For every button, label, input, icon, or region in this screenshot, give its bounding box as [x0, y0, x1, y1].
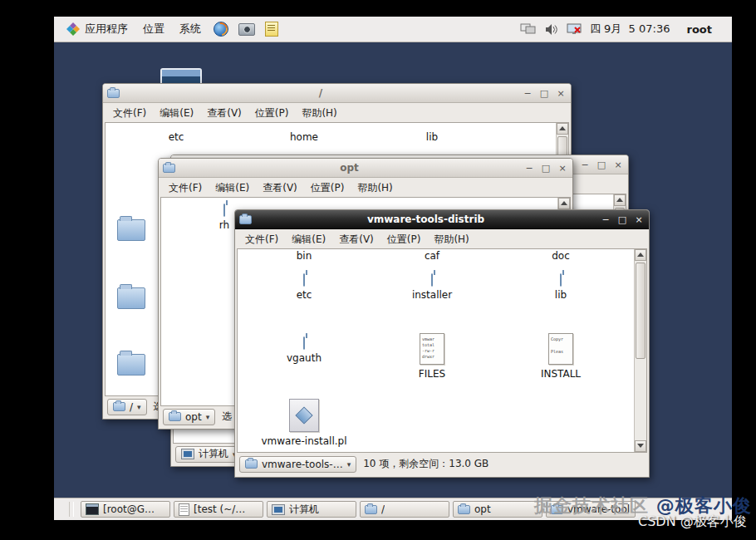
file-item-caf[interactable]: caf	[378, 250, 486, 262]
folder-icon[interactable]	[117, 354, 145, 376]
window-title: opt	[180, 162, 518, 174]
file-item-install[interactable]: Copyr Pleas INSTALL	[507, 333, 615, 380]
display-alert-icon[interactable]	[567, 23, 582, 36]
menu-help[interactable]: 帮助(H)	[357, 181, 392, 195]
menubar: 文件(F) 编辑(E) 查看(V) 位置(P) 帮助(H)	[103, 103, 571, 123]
minimize-button[interactable]: −	[600, 214, 611, 226]
screenshot-launcher[interactable]	[236, 22, 258, 37]
system-menu[interactable]: 系统	[174, 19, 206, 39]
file-item-vgauth[interactable]: vgauth	[250, 337, 358, 364]
scroll-up-icon[interactable]	[557, 123, 568, 135]
folder-icon	[560, 273, 562, 287]
location-label: 计算机	[199, 447, 228, 461]
menu-file[interactable]: 文件(F)	[169, 181, 202, 195]
menu-edit[interactable]: 编辑(E)	[215, 181, 249, 195]
menubar: 文件(F) 编辑(E) 查看(V) 位置(P) 帮助(H)	[235, 229, 649, 249]
menu-view[interactable]: 查看(V)	[339, 233, 374, 247]
folder-icon	[169, 412, 181, 421]
menubar: 文件(F) 编辑(E) 查看(V) 位置(P) 帮助(H)	[159, 178, 572, 198]
location-dropdown[interactable]: 计算机 ▾	[175, 446, 243, 463]
location-dropdown[interactable]: vmware-tools-… ▾	[239, 456, 356, 473]
applications-menu[interactable]: 应用程序	[61, 19, 133, 39]
file-item-files[interactable]: vmwar total -rw-r drwxr FILES	[378, 333, 486, 380]
volume-icon[interactable]	[545, 23, 558, 36]
file-item-lib[interactable]: lib	[386, 128, 478, 143]
watermark-csdn: CSDN @极客小俊	[638, 513, 747, 531]
file-item-installer[interactable]: installer	[378, 274, 486, 301]
menu-help[interactable]: 帮助(H)	[302, 106, 336, 120]
status-text: 10 项，剩余空间：13.0 GB	[363, 457, 488, 471]
taskbar-button-opt[interactable]: opt	[453, 501, 542, 518]
file-item-etc[interactable]: etc	[250, 274, 358, 301]
file-view: bin caf doc etc installer lib vgauth	[237, 248, 647, 453]
chevron-down-icon: ▾	[347, 460, 351, 469]
titlebar[interactable]: vmware-tools-distrib − □ ×	[235, 210, 649, 229]
maximize-button[interactable]: □	[538, 87, 550, 100]
panel-menus: 应用程序 位置 系统	[54, 19, 281, 39]
menu-view[interactable]: 查看(V)	[207, 106, 242, 120]
close-button[interactable]: ×	[557, 162, 568, 174]
status-text: 选	[222, 410, 232, 424]
folder-icon	[107, 89, 120, 98]
taskbar-button-computer[interactable]: 计算机	[267, 501, 356, 518]
notes-launcher[interactable]	[263, 20, 281, 38]
file-item-vmware-install-pl[interactable]: vmware-install.pl	[250, 399, 358, 447]
chevron-down-icon: ▾	[137, 403, 141, 411]
remote-desktop-icon[interactable]	[520, 23, 537, 36]
folder-icon	[365, 505, 377, 514]
menu-places[interactable]: 位置(P)	[311, 181, 345, 195]
menu-view[interactable]: 查看(V)	[263, 181, 297, 195]
folder-icon	[245, 459, 258, 469]
window-controls: − □ ×	[523, 162, 568, 174]
folder-icon[interactable]	[117, 219, 145, 241]
menu-edit[interactable]: 编辑(E)	[292, 233, 326, 247]
location-label: opt	[185, 411, 202, 423]
folder-icon	[458, 505, 470, 514]
window-controls: − □ ×	[600, 214, 645, 226]
titlebar[interactable]: / − □ ×	[103, 84, 571, 103]
menu-places[interactable]: 位置(P)	[255, 106, 289, 120]
scroll-down-icon[interactable]	[635, 440, 646, 452]
file-item-doc[interactable]: doc	[507, 250, 615, 262]
close-button[interactable]: ×	[612, 159, 624, 171]
location-dropdown[interactable]: opt ▾	[163, 409, 215, 425]
scrollbar[interactable]	[634, 249, 646, 452]
folder-icon[interactable]	[117, 287, 145, 309]
firefox-icon	[214, 22, 228, 37]
folder-icon	[303, 273, 305, 287]
file-item-lib[interactable]: lib	[507, 274, 615, 301]
menu-file[interactable]: 文件(F)	[113, 106, 146, 120]
file-item-etc[interactable]: etc	[130, 128, 222, 143]
scroll-up-icon[interactable]	[614, 194, 626, 206]
scroll-up-icon[interactable]	[558, 198, 570, 209]
scrollbar-thumb[interactable]	[636, 263, 646, 359]
text-file-icon: Copyr Pleas	[548, 333, 573, 365]
file-item-bin[interactable]: bin	[250, 250, 358, 262]
places-menu[interactable]: 位置	[138, 19, 169, 39]
scroll-up-icon[interactable]	[635, 249, 646, 261]
menu-edit[interactable]: 编辑(E)	[160, 106, 194, 120]
minimize-button[interactable]: −	[522, 87, 533, 100]
taskbar-handle-icon	[69, 502, 74, 517]
firefox-launcher[interactable]	[211, 20, 231, 38]
taskbar-button-gedit[interactable]: [test (~/…	[174, 501, 263, 518]
location-dropdown[interactable]: / ▾	[107, 399, 147, 415]
places-menu-label: 位置	[143, 22, 164, 37]
maximize-button[interactable]: □	[616, 214, 628, 226]
taskbar-button-root[interactable]: /	[360, 501, 449, 518]
maximize-button[interactable]: □	[596, 159, 607, 171]
file-item-home[interactable]: home	[258, 128, 350, 143]
titlebar[interactable]: opt − □ ×	[159, 159, 572, 178]
maximize-button[interactable]: □	[540, 162, 552, 174]
menu-help[interactable]: 帮助(H)	[434, 233, 469, 247]
taskbar-button-terminal[interactable]: [root@G…	[81, 501, 170, 518]
close-button[interactable]: ×	[555, 87, 567, 100]
minimize-button[interactable]: −	[579, 159, 591, 171]
menu-file[interactable]: 文件(F)	[245, 233, 278, 247]
minimize-button[interactable]: −	[523, 162, 535, 174]
text-editor-icon	[179, 503, 189, 516]
menu-places[interactable]: 位置(P)	[387, 233, 421, 247]
close-button[interactable]: ×	[633, 214, 645, 226]
folder-icon	[303, 336, 305, 350]
panel-clock[interactable]: 四 9月 5 07:36	[590, 22, 670, 37]
